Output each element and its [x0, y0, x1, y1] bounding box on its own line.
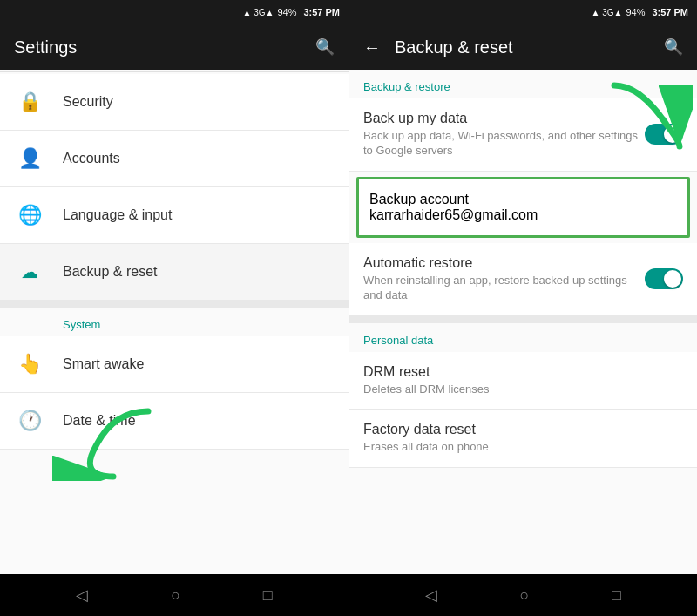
automatic-restore-content: Automatic restore When reinstalling an a… [363, 255, 645, 303]
smart-awake-label: Smart awake [63, 356, 144, 372]
left-battery: 94% [277, 7, 296, 17]
left-app-bar: Settings 🔍 [0, 24, 348, 70]
right-back-nav-btn[interactable]: ◁ [418, 579, 444, 612]
system-section-header: System [0, 308, 348, 336]
settings-item-datetime[interactable]: 🕐 Date & time [0, 393, 348, 450]
left-signal-icon: ▲ 3G▲ [242, 8, 274, 17]
drm-reset-item[interactable]: DRM reset Deletes all DRM licenses [349, 352, 697, 410]
right-panel: ▲ 3G▲ 94% 3:57 PM ← Backup & reset 🔍 Bac… [348, 0, 697, 616]
backup-account-title: Backup account [369, 192, 677, 207]
factory-reset-subtitle: Erases all data on phone [363, 440, 683, 455]
left-back-btn[interactable]: ◁ [69, 579, 95, 612]
left-app-title: Settings [14, 37, 315, 58]
drm-reset-content: DRM reset Deletes all DRM licenses [363, 364, 683, 397]
smart-awake-icon: 👆 [14, 349, 45, 380]
drm-reset-title: DRM reset [363, 364, 683, 380]
backup-my-data-subtitle: Back up app data, Wi-Fi passwords, and o… [363, 129, 645, 159]
right-app-title: Backup & reset [395, 37, 664, 58]
accounts-icon: 👤 [14, 143, 45, 174]
right-back-btn[interactable]: ← [363, 37, 381, 58]
datetime-label: Date & time [63, 413, 136, 429]
personal-data-divider [349, 316, 697, 323]
automatic-restore-toggle[interactable] [645, 268, 683, 289]
right-nav-bar: ◁ ○ □ [349, 574, 697, 616]
right-search-icon[interactable]: 🔍 [664, 37, 683, 57]
backup-my-data-content: Back up my data Back up app data, Wi-Fi … [363, 111, 645, 159]
datetime-icon: 🕐 [14, 405, 45, 437]
right-time: 3:57 PM [652, 7, 688, 17]
factory-reset-item[interactable]: Factory data reset Erases all data on ph… [349, 410, 697, 468]
left-nav-bar: ◁ ○ □ [0, 574, 348, 616]
right-status-bar: ▲ 3G▲ 94% 3:57 PM [349, 0, 697, 24]
automatic-restore-title: Automatic restore [363, 255, 645, 271]
right-recent-btn[interactable]: □ [605, 579, 628, 612]
factory-reset-content: Factory data reset Erases all data on ph… [363, 422, 683, 455]
backup-account-item[interactable]: Backup account karrarhaider65@gmail.com [356, 177, 690, 238]
security-icon: 🔒 [14, 86, 45, 118]
left-home-btn[interactable]: ○ [164, 579, 187, 612]
personal-data-header: Personal data [349, 323, 697, 352]
left-settings-list: 🔒 Security 👤 Accounts 🌐 Language & input… [0, 70, 348, 574]
language-icon: 🌐 [14, 200, 45, 231]
left-status-bar: ▲ 3G▲ 94% 3:57 PM [0, 0, 348, 24]
left-time: 3:57 PM [303, 7, 340, 17]
settings-item-smart-awake[interactable]: 👆 Smart awake [0, 336, 348, 393]
left-panel: ▲ 3G▲ 94% 3:57 PM Settings 🔍 🔒 Security … [0, 0, 348, 616]
security-label: Security [63, 94, 113, 110]
backup-content: Backup & restore Back up my data Back up… [349, 70, 697, 574]
accounts-label: Accounts [63, 151, 120, 166]
right-signal-icon: ▲ 3G▲ [591, 8, 622, 17]
automatic-restore-subtitle: When reinstalling an app, restore backed… [363, 274, 645, 303]
right-home-btn[interactable]: ○ [513, 579, 537, 612]
factory-reset-title: Factory data reset [363, 422, 683, 437]
section-divider [0, 301, 348, 308]
settings-item-backup[interactable]: ☁ Backup & reset [0, 244, 348, 301]
left-search-icon[interactable]: 🔍 [315, 37, 335, 57]
language-label: Language & input [63, 207, 172, 223]
settings-item-security[interactable]: 🔒 Security [0, 74, 348, 131]
automatic-restore-item[interactable]: Automatic restore When reinstalling an a… [349, 243, 697, 316]
backup-label: Backup & reset [63, 264, 158, 280]
right-app-bar: ← Backup & reset 🔍 [349, 24, 697, 70]
drm-reset-subtitle: Deletes all DRM licenses [363, 382, 683, 397]
right-battery: 94% [626, 7, 645, 17]
backup-my-data-item[interactable]: Back up my data Back up app data, Wi-Fi … [349, 98, 697, 172]
left-recent-btn[interactable]: □ [256, 579, 280, 612]
settings-item-accounts[interactable]: 👤 Accounts [0, 131, 348, 187]
settings-item-language[interactable]: 🌐 Language & input [0, 187, 348, 244]
backup-icon: ☁ [14, 256, 45, 288]
backup-restore-header: Backup & restore [349, 70, 697, 98]
backup-my-data-title: Back up my data [363, 111, 645, 126]
backup-account-subtitle: karrarhaider65@gmail.com [369, 207, 677, 223]
backup-my-data-toggle[interactable] [645, 124, 683, 145]
